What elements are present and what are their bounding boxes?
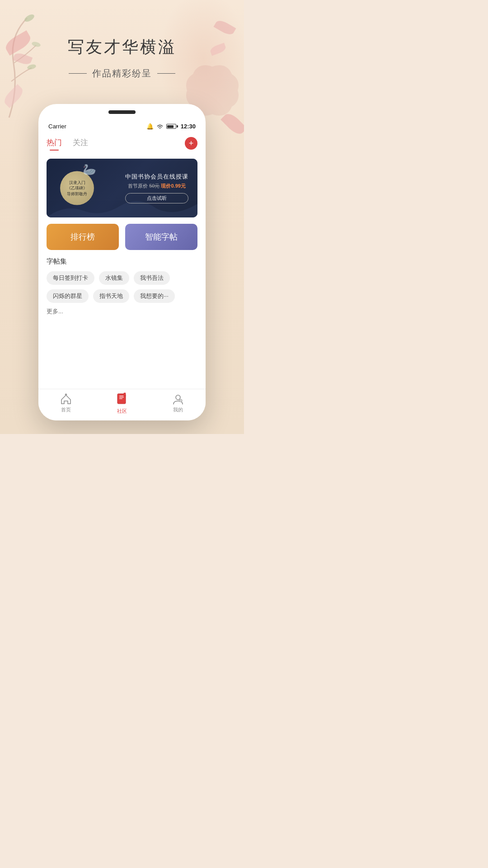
app-content: 热门 关注 + 汉隶入门 《乙瑛碑》 导师郭敬丹 <box>38 133 206 316</box>
subtitle-row: 作品精彩纷呈 <box>0 67 244 80</box>
tag-my-calligraphy[interactable]: 我书吾法 <box>134 271 170 285</box>
divider-right <box>157 73 175 74</box>
banner-moon: 汉隶入门 《乙瑛碑》 导师郭敬丹 <box>60 171 94 205</box>
nav-home-label: 首页 <box>61 406 71 413</box>
banner-subtitle: 首节原价 50元 现价0.99元 <box>125 183 188 189</box>
status-right: 🔔 12:30 <box>146 123 196 130</box>
add-tab-button[interactable]: + <box>185 137 197 150</box>
wifi-icon <box>156 124 164 129</box>
bottom-nav: 首页 社区 我的 <box>38 389 206 420</box>
divider-left <box>69 73 87 74</box>
nav-home[interactable]: 首页 <box>60 393 72 413</box>
nav-profile-label: 我的 <box>173 406 183 413</box>
tag-want-list[interactable]: 我想要的··· <box>134 289 175 303</box>
ranking-button[interactable]: 排行榜 <box>47 224 119 250</box>
phone-mockup: Carrier 🔔 12:30 热门 <box>38 104 206 420</box>
nav-community-label: 社区 <box>117 408 127 415</box>
tab-bar: 热门 关注 + <box>47 133 197 155</box>
nav-community[interactable]: 社区 <box>115 392 129 415</box>
subtitle-text: 作品精彩纷呈 <box>92 67 152 80</box>
svg-rect-9 <box>119 396 124 396</box>
banner-title: 中国书协会员在线授课 <box>125 173 188 181</box>
tag-finger-writing[interactable]: 指书天地 <box>93 289 129 303</box>
tab-hot[interactable]: 热门 <box>47 137 62 150</box>
battery-icon <box>166 124 178 129</box>
carrier-text: Carrier <box>48 123 66 130</box>
notification-icon: 🔔 <box>146 123 154 130</box>
more-link[interactable]: 更多... <box>47 307 197 316</box>
tag-water-mirror[interactable]: 水镜集 <box>99 271 129 285</box>
banner-trial-button[interactable]: 点击试听 <box>125 193 188 203</box>
svg-rect-11 <box>119 398 122 399</box>
banner-content: 中国书协会员在线授课 首节原价 50元 现价0.99元 点击试听 <box>125 173 188 203</box>
banner[interactable]: 汉隶入门 《乙瑛碑》 导师郭敬丹 🦢 中国书协会员在线授课 首节原价 50元 现… <box>47 159 197 217</box>
tags-row-2: 闪烁的群星 指书天地 我想要的··· <box>47 289 197 303</box>
action-buttons-row: 排行榜 智能字帖 <box>47 224 197 250</box>
home-icon <box>60 393 72 405</box>
header-section: 写友才华横溢 作品精彩纷呈 <box>0 36 244 80</box>
svg-point-12 <box>176 395 180 400</box>
original-price: 50元 <box>149 183 160 189</box>
main-title: 写友才华横溢 <box>0 36 244 58</box>
tags-row-1: 每日签到打卡 水镜集 我书吾法 <box>47 271 197 285</box>
status-bar: Carrier 🔔 12:30 <box>38 104 206 133</box>
collection-section: 字帖集 每日签到打卡 水镜集 我书吾法 闪烁的群星 指书天地 <box>47 257 197 316</box>
profile-icon <box>172 393 184 405</box>
tab-follow[interactable]: 关注 <box>73 137 88 150</box>
section-title: 字帖集 <box>47 257 197 266</box>
time-text: 12:30 <box>181 123 196 130</box>
banner-moon-text: 汉隶入门 《乙瑛碑》 导师郭敬丹 <box>67 179 87 197</box>
community-icon <box>115 392 129 406</box>
nav-profile[interactable]: 我的 <box>172 393 184 413</box>
svg-point-14 <box>180 400 181 401</box>
tag-daily-checkin[interactable]: 每日签到打卡 <box>47 271 94 285</box>
current-price: 现价0.99元 <box>161 183 185 189</box>
crane-icon: 🦢 <box>83 163 96 176</box>
phone-notch <box>108 110 136 114</box>
svg-rect-10 <box>119 397 124 398</box>
smart-copybook-button[interactable]: 智能字帖 <box>125 224 197 250</box>
tag-shining-stars[interactable]: 闪烁的群星 <box>47 289 89 303</box>
